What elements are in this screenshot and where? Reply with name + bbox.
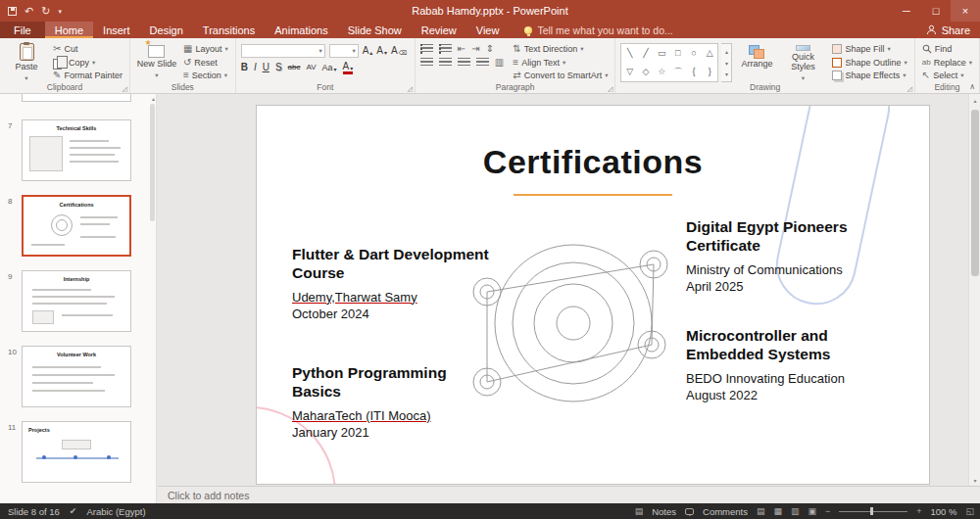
- scroll-down-icon[interactable]: ▾: [969, 474, 980, 486]
- numbering-icon[interactable]: [439, 44, 452, 54]
- select-dropdown-icon[interactable]: ▾: [960, 71, 963, 79]
- underline-button[interactable]: U: [263, 63, 270, 72]
- bullets-icon[interactable]: [420, 44, 433, 54]
- normal-view-icon[interactable]: ▤: [757, 506, 765, 516]
- shape-star-icon[interactable]: ☆: [658, 68, 665, 76]
- replace-button[interactable]: ab Replace ▾: [920, 57, 974, 69]
- panel-scroll-up-icon[interactable]: ▴: [152, 95, 155, 102]
- shape-square-icon[interactable]: □: [675, 49, 680, 58]
- shape-fill-dropdown-icon[interactable]: ▾: [888, 45, 891, 53]
- quick-styles-dropdown-icon[interactable]: ▾: [802, 74, 805, 81]
- shape-fill-button[interactable]: Shape Fill ▾: [830, 43, 908, 55]
- arrange-button[interactable]: Arrange: [735, 40, 778, 81]
- shape-triangle-icon[interactable]: △: [707, 49, 713, 58]
- collapse-ribbon-icon[interactable]: ∧: [969, 82, 975, 91]
- copy-dropdown-icon[interactable]: ▾: [92, 59, 95, 67]
- zoom-out-icon[interactable]: −: [825, 506, 830, 516]
- slideshow-view-icon[interactable]: ▣: [808, 506, 817, 516]
- slide-title[interactable]: Certifications: [257, 143, 929, 181]
- layout-button[interactable]: ▦ Layout ▾: [181, 43, 230, 55]
- thumbnail-slide-10[interactable]: Volunteer Work: [22, 346, 131, 407]
- certification-org-link[interactable]: Udemy,Tharwat Samy: [292, 289, 506, 306]
- new-slide-button[interactable]: New Slide ▾: [135, 40, 178, 81]
- tab-design[interactable]: Design: [140, 22, 193, 38]
- convert-smartart-button[interactable]: ⇄ Convert to SmartArt ▾: [511, 70, 610, 81]
- text-direction-dropdown-icon[interactable]: ▾: [580, 45, 583, 53]
- shapes-gallery[interactable]: ╲ ╱ ▭ □ ○ △ ▽ ◇ ☆ ⌒ { }: [620, 43, 718, 82]
- redo-icon[interactable]: ↻: [41, 6, 50, 17]
- new-slide-dropdown-icon[interactable]: ▾: [155, 71, 158, 78]
- text-direction-button[interactable]: ⇅ Text Direction ▾: [511, 43, 610, 55]
- font-name-dropdown-icon[interactable]: ▾: [318, 47, 321, 55]
- notes-toggle-button[interactable]: Notes: [652, 506, 676, 517]
- certifications-left-column[interactable]: Flutter & Dart Development Course Udemy,…: [292, 245, 506, 482]
- font-color-button[interactable]: A▾: [343, 62, 354, 73]
- paragraph-dialog-launcher-icon[interactable]: ◿: [608, 85, 612, 92]
- grow-font-button[interactable]: A▴: [363, 46, 373, 56]
- shape-line-icon[interactable]: ╲: [627, 49, 632, 58]
- clipboard-dialog-launcher-icon[interactable]: ◿: [122, 85, 127, 92]
- replace-dropdown-icon[interactable]: ▾: [969, 59, 972, 67]
- align-text-dropdown-icon[interactable]: ▾: [563, 59, 565, 67]
- shape-triangle-down-icon[interactable]: ▽: [626, 68, 633, 76]
- decrease-indent-icon[interactable]: ⇤: [458, 44, 466, 54]
- thumbnail-slide-8-selected[interactable]: Certifications: [22, 195, 131, 257]
- increase-indent-icon[interactable]: ⇥: [471, 44, 479, 54]
- slide-sorter-view-icon[interactable]: ▦: [773, 506, 782, 516]
- thumbnail-slide-7[interactable]: Technical Skills: [22, 119, 131, 181]
- tell-me-box[interactable]: Tell me what you want to do...: [524, 22, 672, 38]
- gallery-more-icon[interactable]: ▾: [725, 71, 728, 77]
- maximize-button[interactable]: □: [921, 0, 951, 22]
- language-indicator[interactable]: Arabic (Egypt): [86, 506, 145, 517]
- comments-toggle-button[interactable]: Comments: [703, 506, 748, 517]
- tab-animations[interactable]: Animations: [265, 22, 337, 38]
- section-button[interactable]: ≡ Section ▾: [181, 70, 230, 81]
- change-case-button[interactable]: Aa▾: [322, 64, 337, 72]
- paste-button[interactable]: Paste ▾: [5, 40, 48, 81]
- zoom-level[interactable]: 100 %: [931, 506, 957, 517]
- thumbnail-slide-11[interactable]: Projects: [22, 421, 131, 483]
- layout-dropdown-icon[interactable]: ▾: [224, 45, 227, 53]
- shrink-font-button[interactable]: A▾: [376, 46, 387, 56]
- drawing-dialog-launcher-icon[interactable]: ◿: [906, 85, 911, 92]
- undo-icon[interactable]: ↶: [24, 6, 33, 17]
- shape-outline-button[interactable]: Shape Outline ▾: [830, 57, 908, 69]
- shape-effects-dropdown-icon[interactable]: ▾: [903, 71, 906, 79]
- proofing-icon[interactable]: ✔: [70, 506, 77, 516]
- shape-circle-icon[interactable]: ○: [691, 49, 696, 58]
- section-dropdown-icon[interactable]: ▾: [224, 71, 227, 79]
- font-size-combobox[interactable]: ▾: [329, 44, 359, 58]
- gallery-up-icon[interactable]: ▴: [725, 48, 728, 55]
- character-spacing-button[interactable]: AV: [307, 64, 317, 71]
- line-spacing-icon[interactable]: ⇕: [486, 44, 494, 54]
- font-name-combobox[interactable]: ▾: [241, 44, 325, 58]
- save-icon[interactable]: [8, 7, 17, 16]
- align-left-icon[interactable]: [420, 58, 433, 68]
- paste-dropdown-icon[interactable]: ▾: [24, 74, 27, 81]
- gallery-down-icon[interactable]: ▾: [725, 60, 728, 67]
- shape-line2-icon[interactable]: ╱: [643, 49, 648, 58]
- scroll-up-icon[interactable]: ▴: [969, 94, 980, 106]
- share-button[interactable]: Share: [926, 22, 970, 38]
- thumbnail-slide-9[interactable]: Internship: [22, 270, 131, 332]
- scrollbar-thumb[interactable]: [971, 110, 979, 276]
- columns-icon[interactable]: ▥: [495, 58, 504, 68]
- zoom-slider[interactable]: [839, 511, 907, 512]
- format-painter-button[interactable]: ✎ Format Painter: [51, 71, 124, 82]
- tab-review[interactable]: Review: [412, 22, 466, 38]
- close-button[interactable]: ×: [951, 0, 980, 22]
- shape-effects-button[interactable]: Shape Effects ▾: [830, 70, 908, 81]
- italic-button[interactable]: I: [254, 63, 257, 72]
- reading-view-icon[interactable]: ▥: [791, 506, 800, 516]
- bold-button[interactable]: B: [241, 63, 248, 72]
- tab-home[interactable]: Home: [45, 22, 93, 38]
- zoom-in-icon[interactable]: +: [916, 506, 921, 516]
- select-button[interactable]: ↖ Select ▾: [920, 70, 974, 81]
- quick-styles-button[interactable]: Quick Styles ▾: [781, 40, 824, 81]
- tab-transitions[interactable]: Transitions: [193, 22, 265, 38]
- thumbnail-partial[interactable]: [22, 94, 131, 102]
- shape-outline-dropdown-icon[interactable]: ▾: [905, 59, 907, 67]
- find-button[interactable]: Find: [920, 43, 974, 55]
- qat-customize-icon[interactable]: ▾: [58, 8, 62, 15]
- tab-slideshow[interactable]: Slide Show: [338, 22, 412, 38]
